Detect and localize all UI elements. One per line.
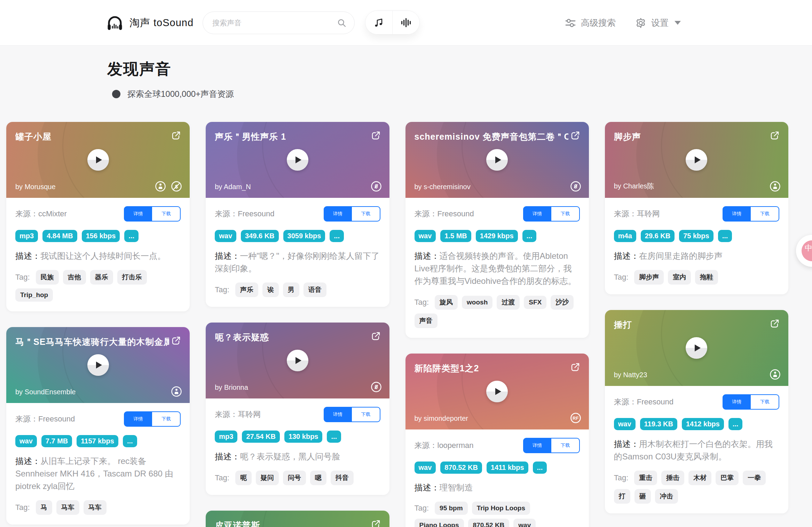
tag-pill[interactable]: woosh	[462, 296, 492, 309]
tag-pill[interactable]: 沙沙	[551, 295, 574, 310]
brand[interactable]: 淘声 toSound	[105, 0, 194, 46]
source-label: 来源：	[614, 209, 637, 218]
play-button[interactable]	[87, 354, 109, 376]
tag-pill[interactable]: 冲击	[655, 489, 678, 504]
tag-pill[interactable]: 打击乐	[117, 270, 147, 285]
tag-pill[interactable]: 旋风	[435, 295, 458, 310]
sound-author: by s-cheremisinov	[415, 183, 471, 191]
license-royalty-free-icon: RF	[570, 412, 581, 424]
translate-icon: 中 A	[802, 240, 812, 261]
tag-pill[interactable]: 打	[614, 489, 630, 504]
advanced-search-button[interactable]: 高级搜索	[565, 0, 616, 46]
details-button[interactable]: 详情	[523, 206, 551, 222]
details-button[interactable]: 详情	[124, 206, 152, 222]
tag-pill[interactable]: Piano Loops	[415, 519, 464, 527]
tag-pill[interactable]: 抖音	[331, 471, 354, 485]
download-button[interactable]: 下载	[751, 206, 779, 222]
tag-pill[interactable]: 器乐	[90, 270, 113, 285]
details-button[interactable]: 详情	[723, 394, 751, 410]
external-link-icon[interactable]	[570, 130, 581, 141]
download-button[interactable]: 下载	[751, 394, 779, 410]
source-text: 来源：Freesound	[614, 397, 673, 407]
external-link-icon[interactable]	[371, 331, 381, 341]
tag-pill[interactable]: 马车	[84, 500, 107, 515]
tag-pill[interactable]: 脚步声	[634, 270, 664, 285]
tag-pill[interactable]: 声音	[415, 313, 437, 328]
tag-pill[interactable]: 民族	[36, 270, 59, 285]
play-button[interactable]	[686, 337, 707, 359]
external-link-icon[interactable]	[770, 318, 780, 329]
details-button[interactable]: 详情	[324, 206, 352, 222]
tag-pill[interactable]: 一拳	[743, 471, 766, 485]
details-button[interactable]: 详情	[124, 411, 152, 427]
sound-cover: 脚步声by Charles陈	[605, 122, 788, 198]
download-button[interactable]: 下载	[352, 407, 380, 422]
play-button[interactable]	[87, 149, 109, 171]
download-button[interactable]: 下载	[152, 206, 181, 222]
tag-pill[interactable]: 重击	[634, 471, 657, 485]
details-button[interactable]: 详情	[523, 438, 551, 453]
external-link-icon[interactable]	[770, 130, 780, 141]
more-badge[interactable]: ...	[718, 230, 732, 242]
more-badge[interactable]: ...	[728, 418, 743, 430]
download-button[interactable]: 下载	[352, 206, 380, 222]
more-badge[interactable]: ...	[522, 230, 537, 242]
tag-pill[interactable]: 巴掌	[716, 471, 739, 485]
search-input[interactable]	[212, 19, 337, 27]
tag-pill[interactable]: 捶击	[661, 471, 684, 485]
tag-pill[interactable]: 语音	[303, 282, 326, 297]
download-button[interactable]: 下载	[551, 438, 580, 453]
sound-card-body: 来源：耳聆网详情下载m4a29.6 KB75 kbps...描述：在房间里走路的…	[605, 198, 788, 294]
external-link-icon[interactable]	[570, 362, 581, 372]
play-button[interactable]	[686, 149, 707, 171]
details-button[interactable]: 详情	[723, 206, 751, 222]
tag-pill[interactable]: 95 bpm	[435, 502, 468, 515]
tag-pill[interactable]: 疑问	[256, 471, 279, 485]
tag-pill[interactable]: 嗯	[310, 471, 326, 485]
tag-pill[interactable]: SFX	[524, 296, 546, 309]
source-label: 来源：	[15, 209, 38, 218]
more-badge[interactable]: ...	[123, 435, 137, 447]
details-button[interactable]: 详情	[324, 407, 352, 422]
more-badge[interactable]: ...	[327, 431, 341, 443]
tag-pill[interactable]: 拖鞋	[695, 270, 718, 285]
tag-row: Tag:马马车马车	[15, 500, 181, 515]
play-button[interactable]	[287, 350, 308, 371]
tag-pill[interactable]: 问号	[283, 471, 306, 485]
tag-pill[interactable]: 诶	[262, 282, 279, 297]
download-button[interactable]: 下载	[551, 206, 580, 222]
translate-button[interactable]: 中 A	[796, 235, 812, 267]
file-info-badge: 27.54 KB	[242, 431, 280, 443]
source-row: 来源：Freesound详情下载	[415, 206, 580, 222]
tag-pill[interactable]: 870.52 KB	[468, 519, 510, 527]
tag-pill[interactable]: 吉他	[63, 270, 86, 285]
tag-pill[interactable]: 室内	[668, 270, 691, 285]
more-badge[interactable]: ...	[533, 462, 547, 474]
tag-pill[interactable]: 声乐	[235, 282, 258, 297]
play-button[interactable]	[486, 381, 508, 402]
tag-pill[interactable]: Trip_hop	[15, 288, 53, 302]
tag-pill[interactable]: 过渡	[497, 295, 520, 310]
tag-pill[interactable]: 马	[36, 500, 52, 515]
external-link-icon[interactable]	[171, 130, 181, 141]
tag-pill[interactable]: 呃	[235, 471, 252, 485]
tag-pill[interactable]: 木材	[688, 471, 711, 485]
play-button[interactable]	[486, 149, 508, 171]
search-icon[interactable]	[337, 18, 347, 28]
download-button[interactable]: 下载	[152, 411, 181, 427]
tag-pill[interactable]: Trip Hop Loops	[472, 502, 530, 515]
settings-button[interactable]: 设置	[635, 0, 681, 46]
external-link-icon[interactable]	[371, 519, 381, 527]
tag-pill[interactable]: 男	[283, 282, 299, 297]
more-badge[interactable]: ...	[124, 230, 139, 242]
waveform-mode-button[interactable]	[393, 11, 420, 34]
play-button[interactable]	[287, 149, 308, 171]
more-badge[interactable]: ...	[330, 230, 344, 242]
tag-pill[interactable]: 砸	[634, 489, 651, 504]
external-link-icon[interactable]	[171, 335, 181, 346]
license-icons: 0	[371, 181, 382, 192]
tag-pill[interactable]: 马车	[56, 500, 79, 515]
external-link-icon[interactable]	[371, 130, 381, 141]
tag-pill[interactable]: wav	[513, 519, 536, 527]
music-mode-button[interactable]	[365, 11, 393, 34]
